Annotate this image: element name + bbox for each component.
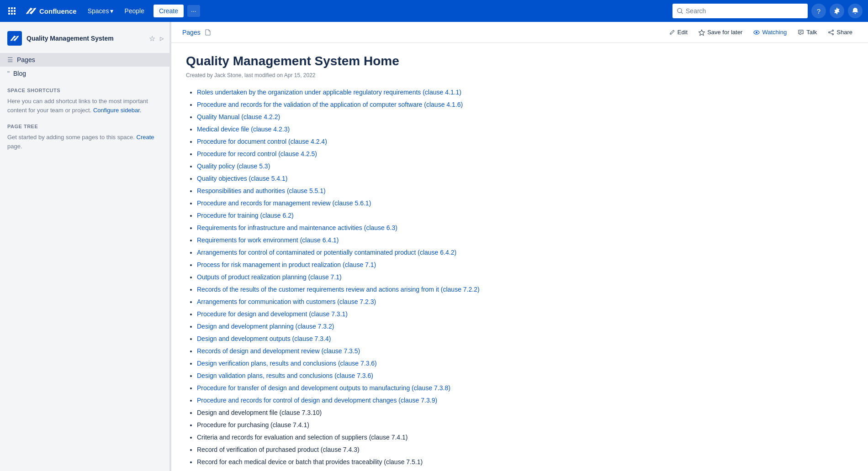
blog-icon: " <box>7 70 10 77</box>
page-link[interactable]: Procedure for transfer of design and dev… <box>197 384 450 392</box>
sidebar-header: Quality Management System ☆ ▷ <box>0 27 171 49</box>
svg-rect-6 <box>8 13 10 15</box>
create-page-link[interactable]: Create <box>137 134 154 141</box>
svg-line-10 <box>681 12 683 14</box>
page-link[interactable]: Medical device file (clause 4.2.3) <box>197 126 290 133</box>
svg-point-13 <box>756 31 757 33</box>
sidebar-item-pages[interactable]: ☰ Pages <box>0 53 171 67</box>
list-item: Quality objectives (clause 5.4.1) <box>197 174 853 183</box>
page-link[interactable]: Procedure for design and development (cl… <box>197 310 348 318</box>
page-link[interactable]: Outputs of product realization planning … <box>197 273 342 281</box>
page-link[interactable]: Arrangements for communication with cust… <box>197 298 376 305</box>
top-navigation: Confluence Spaces ▾ People Create ··· ? <box>0 0 868 22</box>
sidebar-item-blog[interactable]: " Blog <box>0 67 171 80</box>
search-bar[interactable] <box>672 4 808 18</box>
page-link[interactable]: Requirements for infrastructure and main… <box>197 224 397 231</box>
search-icon <box>677 8 683 14</box>
svg-rect-7 <box>11 13 13 15</box>
pages-icon: ☰ <box>7 56 13 63</box>
create-button[interactable]: Create <box>153 5 184 17</box>
page-links-list: Roles undertaken by the organization und… <box>186 88 853 471</box>
list-item: Criteria and records for evaluation and … <box>197 433 853 442</box>
page-link[interactable]: Process for risk management in product r… <box>197 261 376 268</box>
main-content: Pages Edit Save for later <box>171 22 868 471</box>
apps-grid-icon[interactable] <box>5 5 18 17</box>
settings-button[interactable] <box>830 4 844 18</box>
page-link[interactable]: Procedure and records for the validation… <box>197 101 463 108</box>
page-link[interactable]: Procedure and records for control of des… <box>197 397 437 404</box>
list-item: Procedure and records for control of des… <box>197 396 853 405</box>
favorite-star-icon[interactable]: ☆ <box>149 34 155 43</box>
page-link[interactable]: Records of the results of the customer r… <box>197 286 480 293</box>
svg-line-20 <box>830 32 832 33</box>
page-tree-heading: PAGE TREE <box>0 116 171 131</box>
page-link[interactable]: Design validation plans, results and con… <box>197 372 373 379</box>
confluence-logo[interactable]: Confluence <box>22 4 80 18</box>
configure-sidebar-link[interactable]: Configure sidebar. <box>93 107 142 114</box>
page-link[interactable]: Design verification plans, results and c… <box>197 360 377 367</box>
page-link[interactable]: Quality policy (clause 5.3) <box>197 162 270 170</box>
sidebar-pages-label: Pages <box>17 56 35 63</box>
list-item: Requirements for work environment (claus… <box>197 236 853 245</box>
list-item: Outputs of product realization planning … <box>197 272 853 282</box>
share-icon <box>828 29 834 36</box>
page-tree-description: Get started by adding some pages to this… <box>0 131 171 152</box>
list-item: Records of the results of the customer r… <box>197 285 853 294</box>
list-item: Procedure for transfer of design and dev… <box>197 383 853 393</box>
spaces-menu[interactable]: Spaces ▾ <box>84 5 117 17</box>
page-link[interactable]: Responsibilities and authorities (clause… <box>197 187 326 194</box>
space-logo <box>7 31 22 46</box>
share-button[interactable]: Share <box>823 26 857 38</box>
page-link[interactable]: Records of design and development review… <box>197 347 360 355</box>
svg-point-18 <box>829 31 830 33</box>
edit-button[interactable]: Edit <box>664 26 692 38</box>
page-link[interactable]: Roles undertaken by the organization und… <box>197 89 461 96</box>
breadcrumb-pages[interactable]: Pages <box>182 29 201 41</box>
list-item: Quality Manual (clause 4.2.2) <box>197 112 853 122</box>
list-item: Roles undertaken by the organization und… <box>197 88 853 97</box>
page-link[interactable]: Design and development outputs (clause 7… <box>197 335 331 342</box>
space-title: Quality Management System <box>26 35 144 42</box>
talk-icon <box>798 29 804 36</box>
page-toolbar: Pages Edit Save for later <box>171 22 868 43</box>
help-button[interactable]: ? <box>811 4 826 18</box>
list-item: Arrangements for communication with cust… <box>197 297 853 307</box>
svg-rect-8 <box>14 13 16 15</box>
list-item: Design and development planning (clause … <box>197 322 853 331</box>
watching-button[interactable]: Watching <box>749 26 791 38</box>
sidebar-resize-handle[interactable] <box>169 22 171 471</box>
more-button[interactable]: ··· <box>187 5 200 17</box>
page-link[interactable]: Design and development planning (clause … <box>197 323 334 330</box>
people-menu[interactable]: People <box>121 5 148 17</box>
page-link[interactable]: Procedure for training (clause 6.2) <box>197 212 294 219</box>
page-link[interactable]: Requirements for work environment (claus… <box>197 236 339 244</box>
svg-rect-3 <box>8 10 10 12</box>
sidebar-blog-label: Blog <box>13 70 26 77</box>
shortcuts-heading: SPACE SHORTCUTS <box>0 80 171 95</box>
page-meta: Created by Jack Stone, last modified on … <box>186 72 853 78</box>
search-input[interactable] <box>686 7 803 15</box>
list-item: Procedure for purchasing (clause 7.4.1) <box>197 420 853 430</box>
list-item: Procedure for record control (clause 4.2… <box>197 149 853 159</box>
page-link[interactable]: Procedure and records for management rev… <box>197 199 371 207</box>
list-item: Requirements for infrastructure and main… <box>197 223 853 233</box>
svg-rect-2 <box>14 7 16 9</box>
page-link[interactable]: Procedure for record control (clause 4.2… <box>197 150 317 157</box>
list-item: Design and development file (clause 7.3.… <box>197 408 853 418</box>
svg-rect-5 <box>14 10 16 12</box>
notifications-button[interactable] <box>848 4 863 18</box>
save-for-later-button[interactable]: Save for later <box>694 26 747 38</box>
page-link[interactable]: Quality Manual (clause 4.2.2) <box>197 113 280 120</box>
page-link[interactable]: Quality objectives (clause 5.4.1) <box>197 175 287 182</box>
svg-point-16 <box>832 30 834 31</box>
page-link[interactable]: Procedure for document control (clause 4… <box>197 138 327 145</box>
list-item: Process for risk management in product r… <box>197 260 853 270</box>
page-body: Quality Management System Home Created b… <box>171 43 868 471</box>
list-item: Design verification plans, results and c… <box>197 359 853 368</box>
list-item: Record of verification of purchased prod… <box>197 445 853 455</box>
toolbar-breadcrumb: Pages <box>182 29 664 41</box>
shortcuts-description: Here you can add shortcut links to the m… <box>0 95 171 116</box>
talk-button[interactable]: Talk <box>793 26 821 38</box>
sidebar-navigation: ☰ Pages " Blog <box>0 53 171 80</box>
page-link[interactable]: Arrangements for control of contaminated… <box>197 249 456 256</box>
